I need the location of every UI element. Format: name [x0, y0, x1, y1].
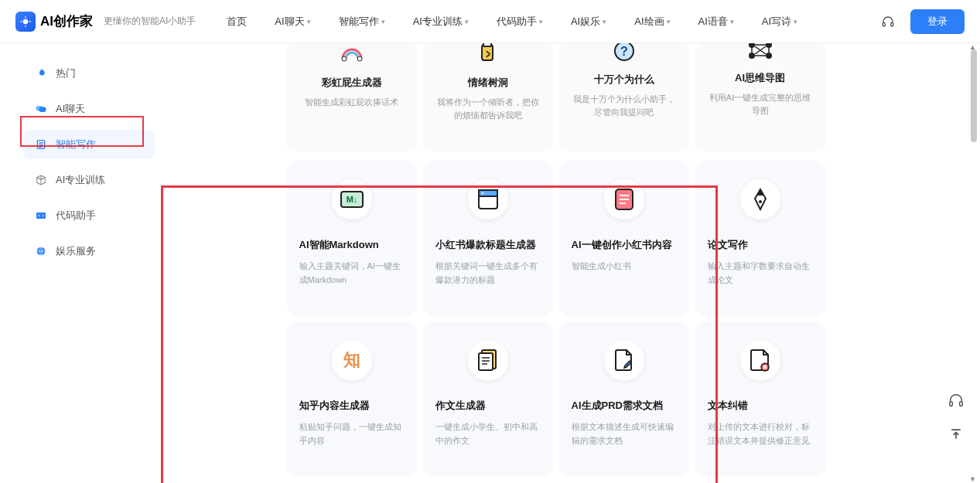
chevron-down-icon: ▾ [794, 18, 797, 26]
sidebar-item-aichat[interactable]: AI聊天 [23, 94, 155, 124]
svg-point-24 [759, 200, 762, 203]
scroll-down-icon[interactable]: ▼ [969, 475, 976, 483]
svg-text:知: 知 [343, 350, 360, 369]
logo-icon [15, 12, 36, 32]
tagline: 更懂你的智能AI小助手 [104, 15, 196, 28]
svg-rect-1 [883, 22, 885, 26]
header-right: 登录 [881, 9, 965, 34]
login-button[interactable]: 登录 [910, 9, 965, 34]
svg-point-17 [766, 53, 772, 59]
pen-icon [740, 179, 780, 219]
svg-point-14 [749, 43, 755, 48]
svg-text:M↓: M↓ [346, 195, 357, 204]
header: AI创作家 更懂你的智能AI小助手 首页 AI聊天▾ 智能写作▾ AI专业训练▾… [0, 0, 980, 43]
card-emotion[interactable]: 情绪树洞 我将作为一个倾听者，把你的烦恼都告诉我吧 [423, 43, 553, 151]
card-xhs-content[interactable]: AI一键创作小红书内容 智能生成小红书 [559, 161, 689, 315]
nav-aichat[interactable]: AI聊天▾ [275, 15, 310, 29]
globe-icon [34, 244, 48, 258]
svg-point-4 [39, 107, 46, 112]
card-prd[interactable]: AI生成PRD需求文档 根据文本描述生成可快速编辑的需求文档 [559, 321, 689, 476]
chat-icon [34, 102, 48, 116]
fix-icon [740, 340, 780, 380]
scrollbar[interactable]: ▲ ▼ [968, 43, 978, 483]
svg-point-9 [357, 56, 362, 61]
prd-icon [604, 340, 644, 380]
main-grid: M↓ AI智能Markdown 输入主题关键词，AI一键生成Markdown 小… [287, 161, 825, 476]
md-icon: M↓ [332, 179, 372, 219]
sidebar-item-fun[interactable]: 娱乐服务 [23, 236, 155, 266]
fire-icon [34, 66, 48, 80]
top-nav: 首页 AI聊天▾ 智能写作▾ AI专业训练▾ 代码助手▾ AI娱乐▾ AI绘画▾… [227, 15, 797, 29]
nav-fun[interactable]: AI娱乐▾ [571, 15, 606, 29]
cup-icon [476, 43, 500, 66]
sidebar-item-hot[interactable]: 热门 [23, 59, 155, 88]
svg-point-16 [749, 53, 755, 59]
chevron-down-icon: ▾ [603, 18, 606, 26]
card-rainbow[interactable]: 彩虹屁生成器 智能生成彩虹屁吹捧话术 [287, 43, 417, 151]
card-essay[interactable]: 作文生成器 一键生成小学生、初中和高中的作文 [423, 321, 553, 476]
essay-icon [468, 340, 508, 380]
nav-voice[interactable]: AI语音▾ [698, 15, 734, 29]
svg-point-0 [23, 19, 29, 24]
card-xhs-title[interactable]: 小红书爆款标题生成器 根据关键词一键生成多个有爆款潜力的标题 [423, 161, 553, 315]
support-button[interactable] [946, 390, 966, 410]
svg-point-8 [342, 56, 347, 61]
svg-rect-6 [36, 213, 46, 219]
rainbow-icon [338, 43, 366, 66]
card-mindmap[interactable]: AI思维导图 利用AI一键生成完整的思维导图 [695, 43, 825, 151]
content-area: 彩虹屁生成器 智能生成彩虹屁吹捧话术 情绪树洞 我将作为一个倾听者，把你的烦恼都… [155, 43, 980, 483]
back-to-top-button[interactable] [946, 424, 966, 444]
nav-training[interactable]: AI专业训练▾ [413, 15, 469, 29]
brand-name: AI创作家 [40, 12, 93, 30]
question-icon: ? [612, 43, 637, 63]
chevron-down-icon: ▾ [307, 18, 311, 26]
card-zhihu[interactable]: 知 知乎内容生成器 粘贴知乎问题，一键生成知乎内容 [287, 321, 417, 476]
chevron-down-icon: ▾ [539, 18, 543, 26]
chevron-down-icon: ▾ [730, 18, 734, 26]
svg-rect-11 [483, 43, 491, 46]
sidebar-item-training[interactable]: AI专业训练 [23, 165, 155, 195]
cube-icon [34, 173, 48, 187]
note-icon [604, 179, 644, 219]
svg-rect-29 [950, 402, 953, 406]
scroll-thumb[interactable] [971, 49, 977, 142]
window-icon [468, 179, 508, 219]
card-thesis[interactable]: 论文写作 输入主题和字数要求自动生成论文 [695, 161, 825, 315]
sidebar: 热门 AI聊天 智能写作 AI专业训练 代码助手 娱乐服务 [0, 43, 155, 483]
logo[interactable]: AI创作家 [15, 12, 93, 32]
floating-actions [946, 390, 966, 444]
card-markdown[interactable]: M↓ AI智能Markdown 输入主题关键词，AI一键生成Markdown [287, 161, 417, 315]
nav-writing[interactable]: 智能写作▾ [339, 15, 385, 29]
svg-rect-27 [479, 353, 493, 370]
chevron-down-icon: ▾ [465, 18, 469, 26]
code-icon [34, 209, 48, 223]
chevron-down-icon: ▾ [381, 18, 385, 26]
nav-home[interactable]: 首页 [227, 15, 247, 29]
doc-icon [34, 138, 48, 151]
sidebar-item-code[interactable]: 代码助手 [23, 201, 155, 230]
mind-icon [747, 43, 773, 62]
svg-rect-2 [891, 22, 893, 26]
nav-poem[interactable]: AI写诗▾ [762, 15, 797, 29]
nav-code[interactable]: 代码助手▾ [497, 15, 543, 29]
svg-text:?: ? [620, 45, 628, 58]
svg-point-15 [766, 43, 772, 48]
svg-rect-30 [960, 402, 963, 406]
card-why[interactable]: ? 十万个为什么 我是十万个为什么小助手，尽管向我提问吧 [559, 43, 689, 151]
chevron-down-icon: ▾ [667, 18, 671, 26]
headset-icon[interactable] [881, 15, 895, 29]
sidebar-item-writing[interactable]: 智能写作 [23, 130, 155, 159]
main: 热门 AI聊天 智能写作 AI专业训练 代码助手 娱乐服务 [0, 43, 980, 483]
top-row: 彩虹屁生成器 智能生成彩虹屁吹捧话术 情绪树洞 我将作为一个倾听者，把你的烦恼都… [287, 43, 825, 151]
nav-paint[interactable]: AI绘画▾ [634, 15, 670, 29]
svg-rect-21 [479, 190, 497, 196]
card-fixtext[interactable]: 文本纠错 对上传的文本进行校对，标注错误文本并提供修正意见 [695, 321, 825, 476]
svg-point-22 [481, 192, 483, 194]
zhi-icon: 知 [332, 340, 372, 380]
